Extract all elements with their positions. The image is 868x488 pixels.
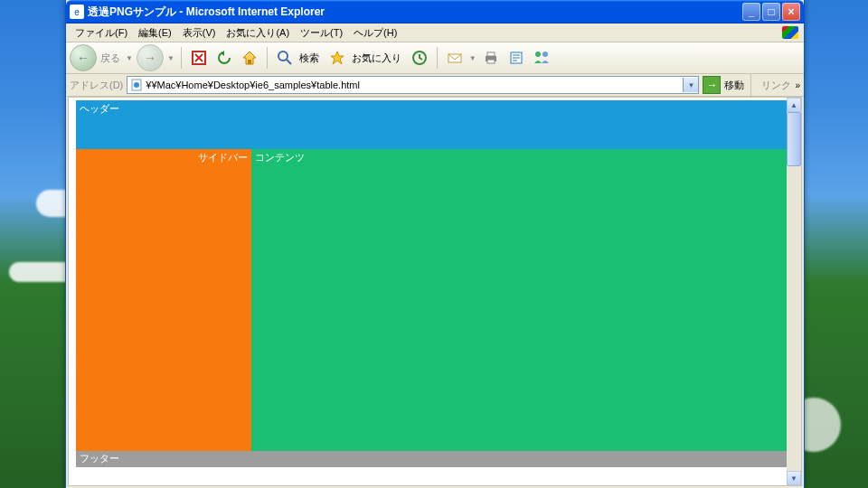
page-content: ヘッダー サイドバー コンテンツ フッター	[69, 98, 787, 485]
back-button[interactable]: ←	[70, 44, 97, 71]
history-button[interactable]	[410, 48, 429, 68]
layout-header: ヘッダー	[76, 100, 787, 149]
print-button[interactable]	[481, 48, 501, 68]
viewport: ヘッダー サイドバー コンテンツ フッター ▲ ▼	[68, 97, 802, 486]
addressbar: アドレス(D) ▼ → 移動 リンク »	[66, 74, 804, 97]
scroll-thumb[interactable]	[787, 112, 801, 166]
address-dropdown-icon[interactable]: ▼	[683, 78, 698, 92]
back-label: 戻る	[100, 52, 120, 65]
forward-button: →	[137, 44, 164, 71]
layout-content: コンテンツ	[251, 149, 787, 451]
svg-point-18	[535, 52, 541, 57]
scroll-down-icon[interactable]: ▼	[787, 471, 801, 485]
page-icon	[129, 78, 144, 92]
menubar: ファイル(F) 編集(E) 表示(V) お気に入り(A) ツール(T) ヘルプ(…	[66, 23, 804, 42]
links-chevron-icon[interactable]: »	[795, 80, 800, 90]
svg-line-7	[287, 60, 291, 64]
mail-dropdown-icon[interactable]: ▼	[469, 54, 476, 62]
messenger-button[interactable]	[532, 48, 552, 68]
scroll-up-icon[interactable]: ▲	[787, 98, 801, 112]
go-button[interactable]: →	[703, 76, 721, 94]
menu-favorites[interactable]: お気に入り(A)	[221, 24, 295, 42]
menu-view[interactable]: 表示(V)	[177, 24, 222, 42]
address-input[interactable]	[146, 80, 683, 90]
vertical-scrollbar[interactable]: ▲ ▼	[787, 98, 801, 485]
menu-tools[interactable]: ツール(T)	[295, 24, 348, 42]
links-label[interactable]: リンク	[761, 79, 791, 92]
home-button[interactable]	[240, 48, 259, 68]
back-dropdown-icon[interactable]: ▼	[126, 54, 133, 62]
svg-rect-5	[248, 60, 251, 64]
svg-point-21	[134, 82, 139, 88]
svg-rect-13	[487, 60, 495, 63]
layout-footer: フッター	[76, 451, 787, 467]
favorites-button[interactable]	[327, 48, 347, 68]
svg-point-6	[278, 52, 288, 61]
ie-throbber-icon	[778, 23, 802, 42]
search-button[interactable]	[275, 48, 295, 68]
edit-button[interactable]	[506, 48, 526, 68]
close-button[interactable]: ×	[782, 3, 800, 21]
minimize-button[interactable]: _	[742, 3, 760, 21]
go-label: 移動	[724, 79, 744, 92]
menu-file[interactable]: ファイル(F)	[70, 24, 133, 42]
svg-point-19	[542, 52, 548, 57]
search-label: 検索	[299, 52, 319, 65]
maximize-button[interactable]: □	[762, 3, 780, 21]
stop-button[interactable]	[189, 48, 209, 68]
svg-rect-12	[487, 52, 495, 56]
favorites-label: お気に入り	[352, 52, 401, 65]
svg-marker-3	[221, 51, 224, 56]
svg-marker-8	[331, 52, 344, 64]
layout-sidebar: サイドバー	[76, 149, 251, 451]
refresh-button[interactable]	[214, 48, 234, 68]
window-title: 透過PNGサンプル - Microsoft Internet Explorer	[88, 5, 325, 20]
ie-page-icon: e	[70, 5, 84, 19]
address-field[interactable]: ▼	[127, 76, 699, 94]
mail-button[interactable]	[445, 48, 465, 68]
forward-dropdown-icon: ▼	[167, 54, 175, 62]
menu-edit[interactable]: 編集(E)	[133, 24, 177, 42]
address-label: アドレス(D)	[70, 79, 123, 92]
titlebar[interactable]: e 透過PNGサンプル - Microsoft Internet Explore…	[66, 0, 804, 23]
toolbar: ← 戻る ▼ → ▼ 検索 お気に入り	[66, 42, 804, 74]
browser-window: e 透過PNGサンプル - Microsoft Internet Explore…	[65, 0, 805, 488]
menu-help[interactable]: ヘルプ(H)	[348, 24, 402, 42]
